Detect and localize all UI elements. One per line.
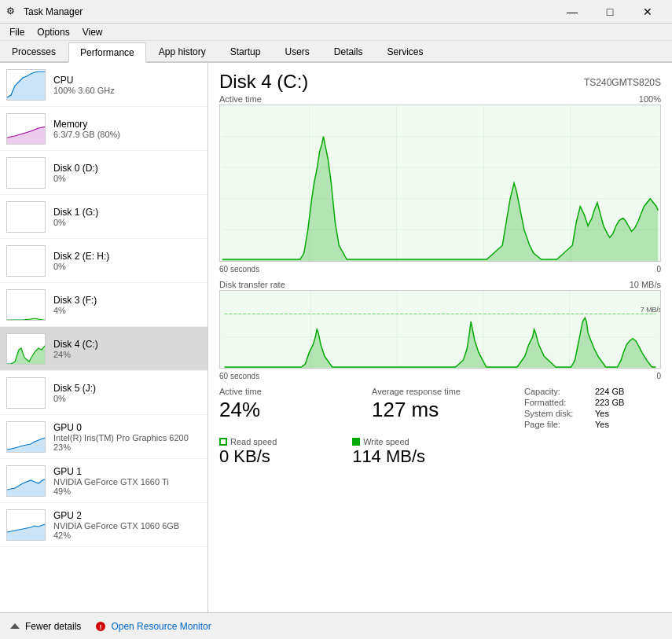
- read-speed-dot: [219, 438, 227, 446]
- sidebar-item-gpu2[interactable]: GPU 2 NVIDIA GeForce GTX 1060 6GB 42%: [0, 503, 207, 547]
- disk-title: Disk 4 (C:): [219, 71, 308, 93]
- disk2-info: Disk 2 (E: H:) 0%: [53, 251, 201, 271]
- gpu2-value: NVIDIA GeForce GTX 1060 6GB: [53, 521, 201, 531]
- disk5-info: Disk 5 (J:) 0%: [53, 383, 201, 403]
- disk5-thumbnail: [6, 377, 46, 409]
- formatted-row: Formatted: 223 GB: [524, 398, 661, 407]
- active-time-60s: 60 seconds: [219, 265, 259, 274]
- tab-performance[interactable]: Performance: [68, 42, 146, 63]
- cpu-info: CPU 100% 3.60 GHz: [53, 75, 201, 95]
- page-file-val: Yes: [595, 420, 609, 429]
- svg-rect-6: [7, 246, 46, 277]
- disk1-thumbnail: [6, 201, 46, 233]
- open-resource-monitor-button[interactable]: ! Open Resource Monitor: [94, 619, 211, 633]
- tab-users[interactable]: Users: [273, 41, 321, 61]
- svg-rect-7: [7, 290, 46, 321]
- transfer-rate-label-row: Disk transfer rate 10 MB/s: [219, 280, 661, 289]
- sidebar-item-disk5[interactable]: Disk 5 (J:) 0%: [0, 371, 207, 415]
- bottom-bar: Fewer details ! Open Resource Monitor: [0, 612, 672, 639]
- tab-startup[interactable]: Startup: [218, 41, 273, 61]
- write-speed-label-row: Write speed: [352, 437, 469, 446]
- svg-rect-11: [7, 378, 46, 409]
- gpu0-value: Intel(R) Iris(TM) Pro Graphics 6200: [53, 433, 201, 443]
- disk5-name: Disk 5 (J:): [53, 383, 201, 394]
- tab-bar: Processes Performance App history Startu…: [0, 41, 672, 63]
- maximize-button[interactable]: □: [592, 0, 628, 24]
- disk1-info: Disk 1 (G:) 0%: [53, 207, 201, 227]
- system-disk-key: System disk:: [524, 409, 595, 418]
- memory-info: Memory 6.3/7.9 GB (80%): [53, 119, 201, 139]
- active-time-time-labels: 60 seconds 0: [219, 265, 661, 274]
- read-speed-label-row: Read speed: [219, 437, 336, 446]
- active-time-label-row: Active time 100%: [219, 94, 661, 104]
- sidebar-item-gpu1[interactable]: GPU 1 NVIDIA GeForce GTX 1660 Ti 49%: [0, 459, 207, 503]
- read-speed-value: 0 KB/s: [219, 446, 336, 467]
- tab-processes[interactable]: Processes: [0, 41, 68, 61]
- capacity-key: Capacity:: [524, 387, 595, 396]
- close-button[interactable]: ✕: [630, 0, 666, 24]
- content-area: Disk 4 (C:) TS240GMTS820S Active time 10…: [208, 63, 672, 612]
- disk0-thumbnail: [6, 157, 46, 189]
- menu-options[interactable]: Options: [31, 25, 75, 39]
- avg-response-label: Average response time: [372, 387, 509, 396]
- page-file-row: Page file: Yes: [524, 420, 661, 429]
- avg-response-value: 127 ms: [372, 398, 509, 422]
- stats-row: Active time 24% Average response time 12…: [219, 387, 661, 431]
- sidebar-item-disk3[interactable]: Disk 3 (F:) 4%: [0, 283, 207, 327]
- disk-model: TS240GMTS820S: [584, 77, 661, 88]
- sidebar-item-memory[interactable]: Memory 6.3/7.9 GB (80%): [0, 107, 207, 151]
- disk1-name: Disk 1 (G:): [53, 207, 201, 218]
- menu-view[interactable]: View: [76, 25, 109, 39]
- memory-value: 6.3/7.9 GB (80%): [53, 130, 201, 139]
- disk4-info: Disk 4 (C:) 24%: [53, 339, 201, 359]
- disk2-name: Disk 2 (E: H:): [53, 251, 201, 262]
- cpu-value: 100% 3.60 GHz: [53, 86, 201, 95]
- active-time-stat: Active time 24%: [219, 387, 356, 431]
- disk3-name: Disk 3 (F:): [53, 295, 201, 306]
- gpu1-percent: 49%: [53, 487, 201, 496]
- menu-file[interactable]: File: [3, 25, 31, 39]
- transfer-rate-label: Disk transfer rate: [219, 280, 285, 289]
- tab-details[interactable]: Details: [322, 41, 375, 61]
- gpu0-thumbnail: [6, 421, 46, 453]
- system-disk-row: System disk: Yes: [524, 409, 661, 418]
- tab-services[interactable]: Services: [376, 41, 435, 61]
- svg-text:!: !: [100, 623, 102, 631]
- gpu2-name: GPU 2: [53, 510, 201, 521]
- disk5-value: 0%: [53, 394, 201, 403]
- disk3-value: 4%: [53, 306, 201, 315]
- disk0-info: Disk 0 (D:) 0%: [53, 163, 201, 183]
- content-header: Disk 4 (C:) TS240GMTS820S: [219, 71, 661, 93]
- fewer-details-label: Fewer details: [25, 621, 81, 632]
- svg-rect-5: [7, 202, 46, 233]
- disk-info-grid: Capacity: 224 GB Formatted: 223 GB Syste…: [524, 387, 661, 431]
- gpu0-info: GPU 0 Intel(R) Iris(TM) Pro Graphics 620…: [53, 422, 201, 452]
- disk0-name: Disk 0 (D:): [53, 163, 201, 174]
- gpu0-percent: 23%: [53, 443, 201, 452]
- fewer-details-icon: [8, 619, 22, 633]
- sidebar-item-disk0[interactable]: Disk 0 (D:) 0%: [0, 151, 207, 195]
- fewer-details-button[interactable]: Fewer details: [8, 619, 81, 633]
- disk2-thumbnail: [6, 245, 46, 277]
- sidebar-item-disk4[interactable]: Disk 4 (C:) 24%: [0, 327, 207, 371]
- formatted-val: 223 GB: [595, 398, 624, 407]
- active-time-max: 100%: [639, 94, 661, 104]
- sidebar-item-gpu0[interactable]: GPU 0 Intel(R) Iris(TM) Pro Graphics 620…: [0, 415, 207, 459]
- sidebar-item-disk2[interactable]: Disk 2 (E: H:) 0%: [0, 239, 207, 283]
- sidebar-item-disk1[interactable]: Disk 1 (G:) 0%: [0, 195, 207, 239]
- open-resource-monitor-label: Open Resource Monitor: [111, 621, 211, 632]
- capacity-row: Capacity: 224 GB: [524, 387, 661, 396]
- gpu0-name: GPU 0: [53, 422, 201, 433]
- gpu1-thumbnail: [6, 465, 46, 497]
- read-speed-item: Read speed 0 KB/s: [219, 437, 336, 467]
- minimize-button[interactable]: —: [554, 0, 590, 24]
- sidebar-item-cpu[interactable]: CPU 100% 3.60 GHz: [0, 63, 207, 107]
- write-speed-dot: [352, 438, 360, 446]
- gpu1-value: NVIDIA GeForce GTX 1660 Ti: [53, 477, 201, 487]
- disk4-name: Disk 4 (C:): [53, 339, 201, 350]
- disk4-thumbnail: [6, 333, 46, 365]
- tab-app-history[interactable]: App history: [147, 41, 218, 61]
- page-file-key: Page file:: [524, 420, 595, 429]
- active-time-stat-value: 24%: [219, 398, 356, 422]
- active-time-0s: 0: [656, 265, 661, 274]
